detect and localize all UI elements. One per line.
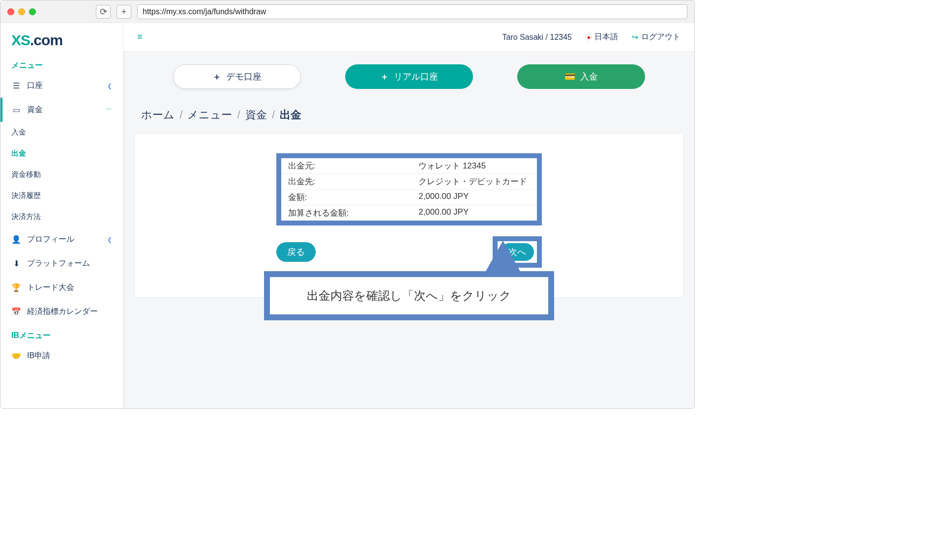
japan-flag-icon [586, 34, 591, 40]
wallet-icon: ▭ [11, 105, 21, 114]
sidebar-sub-deposit[interactable]: 入金 [0, 122, 123, 143]
breadcrumb-funds[interactable]: 資金 [245, 109, 267, 121]
browser-toolbar: ⟳ + https://my.xs.com/ja/funds/withdraw [0, 0, 694, 23]
accounts-icon: ☰ [11, 81, 21, 90]
close-window-icon[interactable] [7, 8, 14, 15]
menu-heading-main: メニュー [0, 54, 123, 74]
handshake-icon: 🤝 [11, 351, 21, 361]
sidebar-item-platform[interactable]: ⬇ プラットフォーム [0, 252, 123, 276]
chevron-left-icon: ❮ [107, 83, 112, 89]
withdraw-summary-box: 出金元: ウォレット 12345 出金先: クレジット・デビットカード 金額: … [276, 153, 542, 225]
chevron-left-icon: ❮ [107, 236, 112, 243]
sidebar-item-calendar[interactable]: 📅 経済指標カレンダー [0, 300, 123, 324]
sidebar-sub-history[interactable]: 決済履歴 [0, 185, 123, 206]
action-row: ＋ デモ口座 ＋ リアル口座 💳 入金 [123, 52, 694, 102]
user-info: Taro Sasaki / 12345 [502, 33, 572, 42]
logo: XS.com [0, 23, 123, 54]
summary-row-amount: 金額: 2,000.00 JPY [281, 190, 537, 205]
sidebar-sub-methods[interactable]: 決済方法 [0, 206, 123, 227]
sidebar-item-label: プラットフォーム [27, 258, 90, 269]
address-bar[interactable]: https://my.xs.com/ja/funds/withdraw [137, 4, 687, 19]
sidebar-item-label: 経済指標カレンダー [27, 307, 98, 317]
breadcrumb-separator: / [179, 109, 182, 121]
summary-row-dest: 出金先: クレジット・デビットカード [281, 174, 537, 190]
summary-value: クレジット・デビットカード [418, 176, 530, 187]
sidebar-item-label: 口座 [27, 81, 43, 91]
button-label: デモ口座 [226, 71, 262, 83]
withdraw-confirm-card: 出金元: ウォレット 12345 出金先: クレジット・デビットカード 金額: … [134, 133, 683, 298]
reload-button[interactable]: ⟳ [96, 5, 111, 19]
sidebar-item-label: 資金 [27, 105, 43, 115]
summary-value: 2,000.00 JPY [418, 192, 530, 203]
minimize-window-icon[interactable] [18, 8, 25, 15]
menu-heading-ib: IBメニュー [0, 324, 123, 344]
breadcrumb-current: 出金 [280, 109, 301, 121]
plus-icon: ＋ [212, 71, 221, 83]
sidebar: XS.com メニュー ☰ 口座 ❮ ▭ 資金 ﹀ 入金 出金 資金移動 決済履… [0, 23, 123, 408]
summary-row-credited: 加算される金額: 2,000.00 JPY [281, 205, 537, 221]
breadcrumb: ホーム / メニュー / 資金 / 出金 [123, 102, 694, 133]
new-tab-button[interactable]: + [117, 5, 131, 19]
sidebar-item-label: IB申請 [27, 351, 50, 361]
breadcrumb-menu[interactable]: メニュー [187, 109, 232, 121]
topbar: ≡ Taro Sasaki / 12345 日本語 ↪ ログアウト [123, 23, 694, 52]
sidebar-item-label: トレード大会 [27, 282, 74, 293]
breadcrumb-separator: / [237, 109, 240, 121]
sidebar-sub-withdraw[interactable]: 出金 [0, 143, 123, 164]
sidebar-item-profile[interactable]: 👤 プロフィール ❮ [0, 227, 123, 252]
callout-pointer-icon [485, 241, 521, 272]
callout-text: 出金内容を確認し「次へ」をクリック [270, 277, 548, 314]
summary-label: 出金元: [288, 160, 419, 171]
sidebar-sub-transfer[interactable]: 資金移動 [0, 164, 123, 185]
summary-label: 加算される金額: [288, 207, 419, 219]
deposit-button[interactable]: 💳 入金 [517, 64, 645, 89]
demo-account-button[interactable]: ＋ デモ口座 [173, 64, 301, 89]
sidebar-item-contest[interactable]: 🏆 トレード大会 [0, 276, 123, 300]
calendar-icon: 📅 [11, 307, 21, 316]
logo-xs: XS [11, 32, 30, 48]
chevron-down-icon: ﹀ [106, 106, 112, 114]
instruction-callout: 出金内容を確認し「次へ」をクリック [264, 271, 554, 320]
sidebar-item-accounts[interactable]: ☰ 口座 ❮ [0, 74, 123, 98]
maximize-window-icon[interactable] [29, 8, 36, 15]
trophy-icon: 🏆 [11, 283, 21, 292]
logout-label: ログアウト [641, 32, 680, 42]
language-switcher[interactable]: 日本語 [586, 32, 618, 42]
sidebar-item-ib-apply[interactable]: 🤝 IB申請 [0, 344, 123, 368]
logout-icon: ↪ [632, 32, 638, 42]
main-content: ≡ Taro Sasaki / 12345 日本語 ↪ ログアウト ＋ [123, 23, 694, 408]
sidebar-item-funds[interactable]: ▭ 資金 ﹀ [0, 98, 123, 122]
summary-value: ウォレット 12345 [418, 160, 530, 171]
language-label: 日本語 [594, 32, 618, 42]
breadcrumb-home[interactable]: ホーム [141, 109, 175, 121]
download-icon: ⬇ [11, 259, 21, 268]
hamburger-icon[interactable]: ≡ [137, 32, 143, 42]
summary-label: 出金先: [288, 176, 419, 187]
card-icon: 💳 [564, 71, 575, 82]
real-account-button[interactable]: ＋ リアル口座 [345, 64, 473, 89]
logout-link[interactable]: ↪ ログアウト [632, 32, 680, 42]
user-icon: 👤 [11, 235, 21, 244]
button-label: 入金 [580, 71, 598, 83]
back-button[interactable]: 戻る [276, 242, 316, 262]
logo-dotcom: .com [30, 32, 62, 48]
summary-row-source: 出金元: ウォレット 12345 [281, 158, 537, 174]
button-label: リアル口座 [394, 71, 438, 83]
plus-icon: ＋ [380, 71, 389, 83]
summary-label: 金額: [288, 192, 419, 203]
sidebar-item-label: プロフィール [27, 234, 74, 245]
breadcrumb-separator: / [272, 109, 275, 121]
summary-value: 2,000.00 JPY [418, 207, 530, 219]
window-controls [7, 8, 36, 15]
